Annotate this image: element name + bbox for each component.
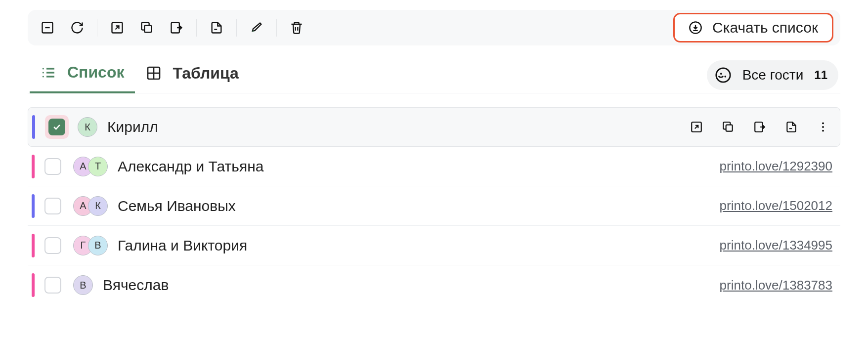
list-row[interactable]: К Кирилл (28, 107, 840, 147)
open-external-button[interactable] (104, 15, 130, 41)
row-link[interactable]: printo.love/1292390 (720, 159, 832, 174)
external-link-icon (110, 21, 124, 35)
row-more-button[interactable] (814, 118, 832, 136)
list-row[interactable]: Г В Галина и Виктория printo.love/133499… (28, 226, 840, 265)
row-checkbox[interactable] (44, 158, 61, 175)
avatar: В (88, 236, 108, 255)
row-checkbox[interactable] (44, 277, 61, 294)
tabs-row: Список Таблица Все гости 11 (28, 57, 840, 93)
download-list-button[interactable]: Скачать список (673, 13, 833, 42)
svg-rect-3 (144, 25, 151, 32)
row-avatars: В (73, 275, 93, 295)
row-document-button[interactable] (782, 118, 800, 136)
svg-point-19 (716, 68, 730, 82)
toolbar: Скачать список (28, 10, 840, 45)
tabs-divider (28, 93, 840, 93)
tab-table-label: Таблица (173, 64, 238, 83)
avatar: В (73, 275, 93, 295)
guest-count: 11 (814, 68, 827, 82)
row-name: Вячеслав (103, 277, 720, 294)
guests-icon (715, 67, 732, 84)
guest-filter-pill[interactable]: Все гости 11 (707, 60, 838, 90)
row-copy-button[interactable] (719, 118, 737, 136)
row-link[interactable]: printo.love/1383783 (720, 278, 832, 293)
download-icon (689, 21, 702, 35)
square-minus-icon (41, 21, 54, 35)
avatar: К (88, 196, 108, 216)
more-vertical-icon (817, 121, 829, 133)
separator (276, 19, 277, 37)
tab-table[interactable]: Таблица (135, 58, 249, 92)
row-checkbox[interactable] (48, 119, 65, 135)
avatar: К (78, 117, 97, 137)
svg-point-26 (822, 122, 824, 124)
row-actions (688, 118, 832, 136)
brush-icon (250, 21, 263, 35)
document-icon (785, 121, 798, 133)
refresh-button[interactable] (64, 15, 90, 41)
row-color-bar (32, 115, 35, 139)
copy-button[interactable] (134, 15, 160, 41)
external-link-icon (690, 121, 703, 133)
svg-point-15 (43, 76, 44, 77)
svg-point-21 (724, 76, 726, 78)
guest-filter-label: Все гости (742, 67, 804, 83)
svg-point-14 (43, 72, 44, 73)
delete-button[interactable] (284, 15, 309, 41)
row-name: Кирилл (107, 119, 688, 135)
svg-point-13 (43, 68, 44, 69)
separator (97, 19, 97, 37)
document-button[interactable] (204, 15, 229, 41)
copy-icon (722, 121, 735, 133)
tab-list-label: Список (67, 63, 124, 82)
row-name: Александр и Татьяна (118, 158, 720, 175)
row-color-bar (32, 273, 35, 297)
svg-point-6 (253, 31, 254, 32)
tab-list[interactable]: Список (30, 57, 135, 93)
list-row[interactable]: А К Семья Ивановых printo.love/1502012 (28, 186, 840, 226)
move-right-icon (170, 21, 183, 35)
brush-button[interactable] (244, 15, 269, 41)
row-color-bar (32, 234, 35, 257)
svg-point-27 (822, 126, 824, 128)
svg-point-28 (822, 130, 824, 132)
row-name: Галина и Виктория (118, 237, 720, 254)
avatar: Т (88, 157, 108, 176)
row-avatars: К (78, 117, 97, 137)
row-color-bar (32, 155, 35, 178)
row-open-button[interactable] (688, 118, 705, 136)
row-name: Семья Ивановых (118, 198, 720, 214)
row-checkbox[interactable] (44, 198, 61, 214)
move-right-icon (753, 121, 766, 133)
download-label: Скачать список (712, 19, 818, 36)
row-link[interactable]: printo.love/1502012 (720, 198, 832, 213)
deselect-button[interactable] (35, 15, 60, 41)
list-row[interactable]: В Вячеслав printo.love/1383783 (28, 265, 840, 305)
row-color-bar (32, 194, 35, 218)
svg-rect-23 (726, 125, 733, 131)
list-icon (41, 65, 56, 81)
row-checkbox[interactable] (44, 237, 61, 254)
row-avatars: А Т (73, 157, 108, 176)
separator (236, 19, 237, 37)
copy-icon (140, 21, 154, 35)
table-icon (146, 65, 162, 81)
list-row[interactable]: А Т Александр и Татьяна printo.love/1292… (28, 147, 840, 186)
separator (196, 19, 197, 37)
row-move-button[interactable] (751, 118, 769, 136)
refresh-icon (70, 21, 84, 35)
row-avatars: А К (73, 196, 108, 216)
checkbox-wrap (45, 115, 69, 139)
move-button[interactable] (164, 15, 189, 41)
row-link[interactable]: printo.love/1334995 (720, 238, 832, 253)
trash-icon (290, 21, 304, 35)
guest-list: К Кирилл А Т Александр и Татьяна printo.… (28, 107, 840, 305)
row-avatars: Г В (73, 236, 108, 255)
svg-point-20 (720, 73, 722, 75)
document-icon (210, 21, 223, 35)
check-icon (52, 122, 62, 132)
